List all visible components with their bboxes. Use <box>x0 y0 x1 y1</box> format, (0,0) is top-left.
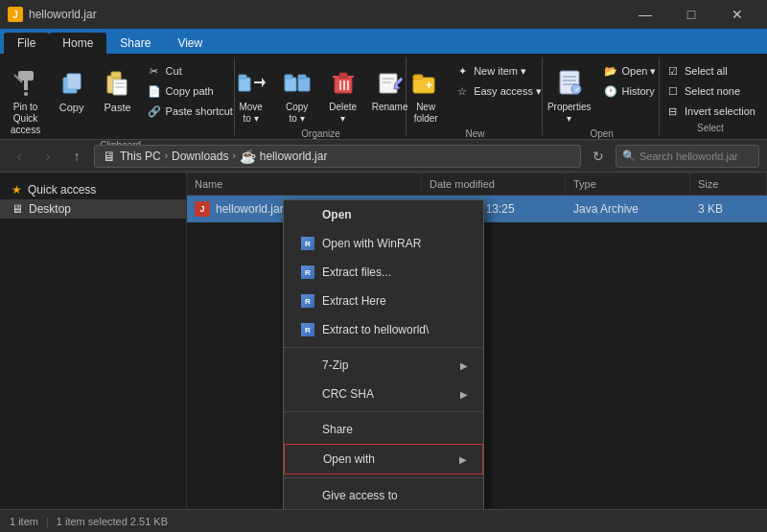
forward-button[interactable]: › <box>36 145 59 168</box>
copy-path-button[interactable]: 📄 Copy path <box>143 81 237 101</box>
rename-label: Rename <box>372 102 408 112</box>
tab-home[interactable]: Home <box>49 33 106 54</box>
new-item-button[interactable]: ✦ New item ▾ <box>451 61 546 81</box>
search-box[interactable]: 🔍 Search helloworld.jar <box>616 145 759 168</box>
svg-rect-7 <box>111 72 121 78</box>
move-to-button[interactable]: Moveto ▾ <box>230 61 272 128</box>
organize-group-label: Organize <box>301 128 340 141</box>
copy-to-button[interactable]: Copyto ▾ <box>276 61 318 128</box>
svg-rect-1 <box>24 81 28 90</box>
up-button[interactable]: ↑ <box>65 145 88 168</box>
address-path[interactable]: 🖥 This PC › Downloads › ☕ helloworld.jar <box>94 145 581 168</box>
svg-point-2 <box>24 92 28 96</box>
invert-selection-button[interactable]: ⊟ Invert selection <box>662 102 759 121</box>
select-all-button[interactable]: ☑ Select all <box>662 61 759 81</box>
ribbon: Pin to Quickaccess Copy <box>0 54 767 140</box>
header-name[interactable]: Name <box>187 173 422 195</box>
path-filename[interactable]: helloworld.jar <box>260 150 328 163</box>
open-dropdown-button[interactable]: 📂 Open ▾ <box>599 61 661 81</box>
delete-button[interactable]: Delete▾ <box>322 61 364 128</box>
minimize-button[interactable]: — <box>623 0 667 29</box>
cut-button[interactable]: ✂ Cut <box>143 61 237 81</box>
svg-text:+: + <box>426 79 432 92</box>
ctx-share[interactable]: Share <box>284 415 483 444</box>
easy-access-button[interactable]: ☆ Easy access ▾ <box>451 81 546 101</box>
ctx-open-winrar[interactable]: R Open with WinRAR <box>284 229 483 258</box>
ribbon-group-clipboard: Pin to Quickaccess Copy <box>8 58 235 135</box>
maximize-button[interactable]: □ <box>669 0 713 29</box>
new-small-stack: ✦ New item ▾ ☆ Easy access ▾ <box>451 61 546 101</box>
open-label: Open ▾ <box>622 65 657 78</box>
quick-access-item[interactable]: ★ Quick access <box>0 180 186 199</box>
tab-file[interactable]: File <box>4 33 49 54</box>
title-bar: J helloworld.jar — □ ✕ <box>0 0 767 29</box>
history-button[interactable]: 🕐 History <box>599 81 661 101</box>
ctx-give-access-icon <box>299 487 316 504</box>
rename-icon <box>373 65 407 100</box>
ctx-open-with-icon <box>300 451 317 468</box>
ctx-extract-files-icon: R <box>299 264 316 281</box>
refresh-button[interactable]: ↻ <box>587 145 610 168</box>
paste-button[interactable]: Paste <box>97 61 139 117</box>
new-folder-button[interactable]: + Newfolder <box>405 61 447 128</box>
ctx-extract-to[interactable]: R Extract to helloworld\ <box>284 315 483 344</box>
ctx-crc-sha-icon <box>299 385 316 403</box>
ctx-crc-sha[interactable]: CRC SHA ▶ <box>284 380 483 408</box>
clipboard-small-stack: ✂ Cut 📄 Copy path 🔗 Paste shortcut <box>143 61 237 121</box>
path-this-pc[interactable]: This PC <box>120 150 161 163</box>
paste-shortcut-button[interactable]: 🔗 Paste shortcut <box>143 102 237 121</box>
copy-label: Copy <box>59 102 84 113</box>
properties-label: Properties▾ <box>547 102 592 125</box>
file-list-header: Name Date modified Type Size <box>187 173 767 196</box>
close-button[interactable]: ✕ <box>715 0 759 29</box>
paste-label: Paste <box>105 102 131 113</box>
pin-quick-access-button[interactable]: Pin to Quickaccess <box>5 61 47 140</box>
ctx-give-access[interactable]: Give access to <box>284 481 483 509</box>
ctx-extract-files-label: Extract files... <box>322 266 391 279</box>
copy-icon <box>55 65 89 100</box>
svg-rect-20 <box>339 73 347 78</box>
ctx-open-label: Open <box>322 208 352 221</box>
ribbon-group-open: ✓ Properties▾ 📂 Open ▾ 🕐 History Open <box>545 58 660 135</box>
paste-icon <box>101 65 135 100</box>
header-size[interactable]: Size <box>690 173 767 195</box>
svg-marker-13 <box>254 78 266 87</box>
computer-icon: 🖥 <box>103 149 116 164</box>
copy-to-icon <box>280 65 314 100</box>
select-none-button[interactable]: ☐ Select none <box>662 81 759 101</box>
path-downloads[interactable]: Downloads <box>172 150 228 163</box>
ctx-share-icon <box>299 421 316 438</box>
select-all-label: Select all <box>685 65 728 77</box>
ctx-extract-here-icon: R <box>299 292 316 310</box>
ctx-extract-here-label: Extract Here <box>322 294 386 308</box>
search-icon: 🔍 <box>622 150 636 162</box>
desktop-label: Desktop <box>29 202 71 216</box>
copy-to-label: Copyto ▾ <box>286 102 308 125</box>
ctx-open-with[interactable]: Open with ▶ <box>284 444 483 474</box>
ctx-extract-files[interactable]: R Extract files... <box>284 258 483 287</box>
svg-rect-15 <box>285 75 292 79</box>
select-buttons: ☑ Select all ☐ Select none ⊟ Invert sele… <box>662 58 759 123</box>
tab-view[interactable]: View <box>164 33 216 54</box>
tab-share[interactable]: Share <box>106 33 164 54</box>
jar-icon-path: ☕ <box>240 149 256 164</box>
quick-access-icon: ★ <box>12 183 22 197</box>
status-selected-info: 1 item selected 2.51 KB <box>57 516 168 527</box>
back-button[interactable]: ‹ <box>8 145 31 168</box>
file-size: 3 KB <box>698 202 723 216</box>
copy-button[interactable]: Copy <box>51 61 93 117</box>
header-type[interactable]: Type <box>566 173 690 195</box>
svg-rect-18 <box>335 78 352 93</box>
properties-button[interactable]: ✓ Properties▾ <box>544 61 595 128</box>
desktop-item[interactable]: 🖥 Desktop <box>0 199 186 219</box>
header-date[interactable]: Date modified <box>422 173 566 195</box>
ctx-7zip[interactable]: 7-Zip ▶ <box>284 351 483 380</box>
title-bar-left: J helloworld.jar <box>8 7 97 22</box>
ctx-open[interactable]: Open <box>284 200 483 229</box>
ctx-extract-here[interactable]: R Extract Here <box>284 287 483 315</box>
main-content: ★ Quick access 🖥 Desktop Name Date modif… <box>0 173 767 509</box>
ctx-crc-sha-label: CRC SHA <box>322 387 374 401</box>
context-menu: Open R Open with WinRAR R Extract files.… <box>283 199 484 509</box>
ribbon-group-organize: Moveto ▾ Copyto ▾ <box>237 58 407 135</box>
file-name: helloworld.jar <box>216 202 284 216</box>
